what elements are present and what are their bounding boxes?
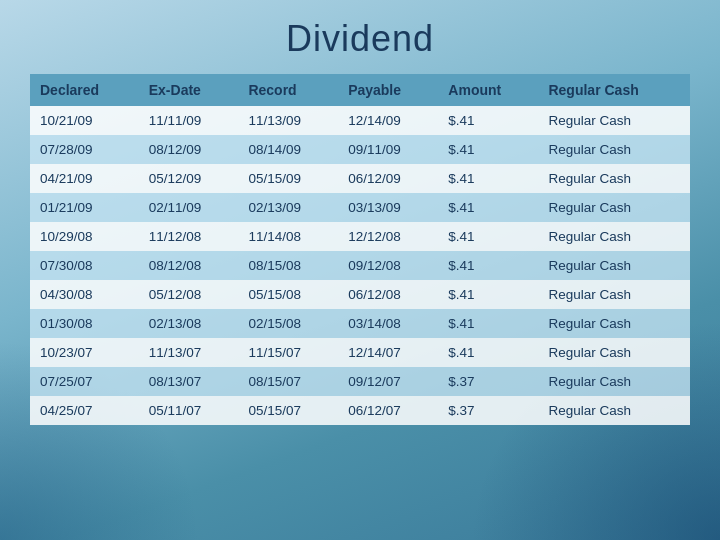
table-cell-r8-c0: 10/23/07 (30, 338, 139, 367)
table-cell-r0-c5: Regular Cash (538, 106, 690, 135)
table-cell-r1-c5: Regular Cash (538, 135, 690, 164)
col-header-type: Regular Cash (538, 74, 690, 106)
table-cell-r5-c5: Regular Cash (538, 251, 690, 280)
table-row: 07/25/0708/13/0708/15/0709/12/07$.37Regu… (30, 367, 690, 396)
dividend-table: Declared Ex-Date Record Payable Amount R… (30, 74, 690, 425)
table-cell-r2-c0: 04/21/09 (30, 164, 139, 193)
table-cell-r2-c2: 05/15/09 (238, 164, 338, 193)
table-cell-r6-c1: 05/12/08 (139, 280, 239, 309)
table-row: 01/21/0902/11/0902/13/0903/13/09$.41Regu… (30, 193, 690, 222)
table-cell-r3-c4: $.41 (438, 193, 538, 222)
table-cell-r9-c0: 07/25/07 (30, 367, 139, 396)
table-cell-r1-c0: 07/28/09 (30, 135, 139, 164)
table-cell-r9-c4: $.37 (438, 367, 538, 396)
col-header-amount: Amount (438, 74, 538, 106)
page-title: Dividend (30, 18, 690, 60)
table-cell-r7-c1: 02/13/08 (139, 309, 239, 338)
col-header-record: Record (238, 74, 338, 106)
table-cell-r4-c5: Regular Cash (538, 222, 690, 251)
table-cell-r9-c1: 08/13/07 (139, 367, 239, 396)
table-cell-r0-c2: 11/13/09 (238, 106, 338, 135)
table-cell-r7-c0: 01/30/08 (30, 309, 139, 338)
table-cell-r10-c0: 04/25/07 (30, 396, 139, 425)
table-cell-r4-c3: 12/12/08 (338, 222, 438, 251)
table-cell-r9-c2: 08/15/07 (238, 367, 338, 396)
table-cell-r10-c1: 05/11/07 (139, 396, 239, 425)
table-cell-r9-c5: Regular Cash (538, 367, 690, 396)
table-row: 04/30/0805/12/0805/15/0806/12/08$.41Regu… (30, 280, 690, 309)
table-cell-r10-c5: Regular Cash (538, 396, 690, 425)
page-container: Dividend Declared Ex-Date Record Payable… (0, 0, 720, 435)
table-cell-r1-c4: $.41 (438, 135, 538, 164)
table-cell-r7-c5: Regular Cash (538, 309, 690, 338)
table-cell-r4-c4: $.41 (438, 222, 538, 251)
table-cell-r2-c4: $.41 (438, 164, 538, 193)
table-cell-r3-c0: 01/21/09 (30, 193, 139, 222)
table-cell-r2-c3: 06/12/09 (338, 164, 438, 193)
table-row: 10/21/0911/11/0911/13/0912/14/09$.41Regu… (30, 106, 690, 135)
table-cell-r6-c5: Regular Cash (538, 280, 690, 309)
table-cell-r10-c3: 06/12/07 (338, 396, 438, 425)
table-cell-r5-c0: 07/30/08 (30, 251, 139, 280)
table-cell-r5-c2: 08/15/08 (238, 251, 338, 280)
table-cell-r8-c2: 11/15/07 (238, 338, 338, 367)
table-cell-r3-c3: 03/13/09 (338, 193, 438, 222)
table-cell-r9-c3: 09/12/07 (338, 367, 438, 396)
table-cell-r7-c4: $.41 (438, 309, 538, 338)
table-cell-r1-c2: 08/14/09 (238, 135, 338, 164)
table-cell-r8-c4: $.41 (438, 338, 538, 367)
table-cell-r0-c4: $.41 (438, 106, 538, 135)
table-cell-r4-c1: 11/12/08 (139, 222, 239, 251)
table-cell-r6-c2: 05/15/08 (238, 280, 338, 309)
table-cell-r5-c1: 08/12/08 (139, 251, 239, 280)
table-cell-r3-c5: Regular Cash (538, 193, 690, 222)
table-header-row: Declared Ex-Date Record Payable Amount R… (30, 74, 690, 106)
table-row: 01/30/0802/13/0802/15/0803/14/08$.41Regu… (30, 309, 690, 338)
table-cell-r3-c1: 02/11/09 (139, 193, 239, 222)
table-cell-r3-c2: 02/13/09 (238, 193, 338, 222)
table-row: 07/28/0908/12/0908/14/0909/11/09$.41Regu… (30, 135, 690, 164)
table-cell-r0-c0: 10/21/09 (30, 106, 139, 135)
table-cell-r8-c1: 11/13/07 (139, 338, 239, 367)
col-header-declared: Declared (30, 74, 139, 106)
table-cell-r8-c3: 12/14/07 (338, 338, 438, 367)
table-cell-r5-c3: 09/12/08 (338, 251, 438, 280)
table-cell-r10-c4: $.37 (438, 396, 538, 425)
table-cell-r6-c3: 06/12/08 (338, 280, 438, 309)
table-row: 04/25/0705/11/0705/15/0706/12/07$.37Regu… (30, 396, 690, 425)
table-cell-r0-c3: 12/14/09 (338, 106, 438, 135)
table-row: 10/29/0811/12/0811/14/0812/12/08$.41Regu… (30, 222, 690, 251)
col-header-exdate: Ex-Date (139, 74, 239, 106)
table-cell-r10-c2: 05/15/07 (238, 396, 338, 425)
table-cell-r4-c0: 10/29/08 (30, 222, 139, 251)
table-cell-r5-c4: $.41 (438, 251, 538, 280)
table-cell-r1-c1: 08/12/09 (139, 135, 239, 164)
table-cell-r7-c2: 02/15/08 (238, 309, 338, 338)
table-row: 10/23/0711/13/0711/15/0712/14/07$.41Regu… (30, 338, 690, 367)
table-cell-r7-c3: 03/14/08 (338, 309, 438, 338)
table-cell-r4-c2: 11/14/08 (238, 222, 338, 251)
table-row: 07/30/0808/12/0808/15/0809/12/08$.41Regu… (30, 251, 690, 280)
table-cell-r8-c5: Regular Cash (538, 338, 690, 367)
table-row: 04/21/0905/12/0905/15/0906/12/09$.41Regu… (30, 164, 690, 193)
col-header-payable: Payable (338, 74, 438, 106)
table-cell-r6-c4: $.41 (438, 280, 538, 309)
table-cell-r6-c0: 04/30/08 (30, 280, 139, 309)
table-cell-r2-c1: 05/12/09 (139, 164, 239, 193)
table-cell-r0-c1: 11/11/09 (139, 106, 239, 135)
table-cell-r1-c3: 09/11/09 (338, 135, 438, 164)
table-cell-r2-c5: Regular Cash (538, 164, 690, 193)
